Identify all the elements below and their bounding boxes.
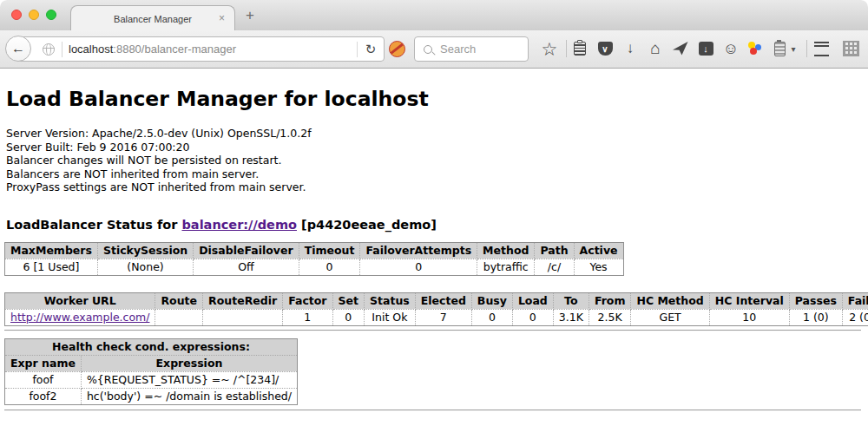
url-bar[interactable]: localhost:8880/balancer-manager ↻: [17, 36, 385, 62]
download-box-icon: ↓: [699, 42, 713, 56]
cell-to: 3.1K: [553, 309, 589, 325]
health-table-title: Health check cond. expressions:: [5, 338, 298, 355]
bookmark-star-button[interactable]: ☆: [537, 36, 562, 61]
status-heading-prefix: LoadBalancer Status for: [6, 218, 177, 232]
cell-factor: 1: [283, 309, 332, 325]
cell-disablefailover: Off: [194, 259, 299, 275]
col-header-set: Set: [332, 292, 364, 309]
close-window-button[interactable]: [11, 10, 22, 20]
window-controls: [11, 10, 56, 20]
col-header-method: Method: [477, 242, 535, 259]
cell-load: 0: [512, 309, 553, 325]
battery-icon: [774, 42, 786, 56]
zoom-window-button[interactable]: [46, 10, 56, 20]
persist-notice-line: Balancer changes will NOT be persisted o…: [6, 154, 863, 167]
page-title: Load Balancer Manager for localhost: [6, 87, 863, 111]
clipboard-button[interactable]: [568, 36, 592, 61]
server-version-line: Server Version: Apache/2.5.0-dev (Unix) …: [6, 127, 863, 141]
hamburger-menu-icon: [814, 42, 829, 56]
new-tab-button[interactable]: +: [246, 7, 254, 24]
worker-status-table: Worker URL Route RouteRedir Factor Set S…: [4, 292, 868, 326]
col-header-passes: Passes: [789, 292, 842, 309]
col-header-failoverattempts: FailoverAttempts: [360, 242, 477, 259]
col-header-to: To: [553, 292, 589, 309]
url-divider: [62, 42, 62, 57]
cell-hc-method: GET: [631, 309, 709, 325]
col-header-active: Active: [574, 242, 623, 259]
cell-fails: 2 (0): [842, 309, 868, 325]
balancer-demo-link[interactable]: balancer://demo: [181, 218, 297, 232]
send-icon: [673, 42, 688, 56]
toolbar-divider: [806, 40, 807, 57]
health-data-row: foof2 hc('body') =~ /domain is establish…: [5, 388, 298, 404]
col-header-elected: Elected: [415, 292, 471, 309]
clipboard-icon: [574, 42, 586, 56]
reload-button[interactable]: ↻: [358, 42, 384, 57]
cell-from: 2.5K: [589, 309, 631, 325]
col-header-hc-method: HC Method: [631, 292, 709, 309]
col-header-disablefailover: DisableFailover: [194, 242, 299, 259]
cell-expression: hc('body') =~ /domain is established/: [81, 388, 297, 404]
cell-expr-name: foof2: [5, 388, 82, 404]
search-input[interactable]: [438, 42, 520, 56]
cell-timeout: 0: [299, 259, 360, 275]
tab-close-icon[interactable]: ×: [219, 12, 225, 24]
emoji-button[interactable]: ☺: [719, 36, 743, 61]
menu-button[interactable]: [809, 36, 833, 61]
tile-view-button[interactable]: [838, 36, 863, 61]
home-button[interactable]: ⌂: [643, 36, 667, 61]
tab-balancer-manager[interactable]: Balancer Manager ×: [70, 5, 235, 31]
pocket-icon: ∨: [598, 42, 613, 56]
overflow-caret-button[interactable]: ▾: [786, 36, 801, 61]
minimize-window-button[interactable]: [29, 10, 39, 20]
server-built-line: Server Built: Feb 9 2016 07:00:20: [6, 141, 863, 154]
col-header-route: Route: [155, 292, 203, 309]
status-heading: LoadBalancer Status for balancer://demo …: [6, 218, 863, 232]
col-header-fails: Fails: [842, 292, 868, 309]
col-header-path: Path: [535, 242, 574, 259]
cell-busy: 0: [471, 309, 512, 325]
colored-dots-icon: [746, 41, 762, 56]
cell-route: [155, 309, 203, 325]
grid-icon: [843, 41, 859, 56]
cell-maxmembers: 6 [1 Used]: [5, 259, 98, 275]
search-bar: [414, 36, 529, 62]
content-blocker-icon[interactable]: [389, 41, 405, 57]
col-header-timeout: Timeout: [299, 242, 360, 259]
search-icon: [424, 45, 432, 54]
globe-icon: [43, 43, 55, 56]
url-text[interactable]: localhost:8880/balancer-manager: [69, 43, 357, 56]
downloads-button[interactable]: ↓: [618, 36, 642, 61]
col-header-factor: Factor: [283, 292, 332, 309]
back-button[interactable]: ←: [5, 36, 31, 62]
colored-dots-button[interactable]: [742, 36, 766, 61]
cell-method: bytraffic: [477, 259, 535, 275]
cell-active: Yes: [574, 259, 623, 275]
send-button[interactable]: [668, 36, 693, 61]
cell-elected: 7: [415, 309, 471, 325]
cell-failoverattempts: 0: [360, 259, 477, 275]
health-data-row: foof %{REQUEST_STATUS} =~ /^[234]/: [5, 371, 298, 388]
col-header-hc-interval: HC Interval: [709, 292, 789, 309]
url-domain: localhost: [69, 43, 113, 56]
url-path: :8880/balancer-manager: [113, 43, 236, 56]
balancer-data-row: 6 [1 Used] (None) Off 0 0 bytraffic /c/ …: [5, 259, 624, 275]
download-extension-button[interactable]: ↓: [694, 36, 718, 61]
divider-rule: [4, 330, 861, 331]
pocket-button[interactable]: ∨: [593, 36, 617, 61]
col-header-stickysession: StickySession: [97, 242, 193, 259]
col-header-load: Load: [512, 292, 553, 309]
col-header-status: Status: [365, 292, 416, 309]
page-content: Load Balancer Manager for localhost Serv…: [0, 69, 868, 426]
balancer-header-row: MaxMembers StickySession DisableFailover…: [5, 242, 624, 259]
col-header-worker-url: Worker URL: [5, 292, 155, 309]
status-heading-suffix: [p4420eeae_demo]: [301, 218, 437, 232]
worker-url-link[interactable]: http://www.example.com/: [10, 311, 149, 324]
worker-header-row: Worker URL Route RouteRedir Factor Set S…: [5, 292, 868, 309]
tab-bar: Balancer Manager × +: [0, 0, 868, 30]
browser-window: Balancer Manager × + ← localhost:8880/ba…: [0, 0, 868, 426]
cell-expr-name: foof: [5, 371, 82, 388]
tab-title: Balancer Manager: [114, 14, 192, 24]
cell-expression: %{REQUEST_STATUS} =~ /^[234]/: [81, 371, 297, 388]
balancer-settings-table: MaxMembers StickySession DisableFailover…: [4, 242, 624, 276]
